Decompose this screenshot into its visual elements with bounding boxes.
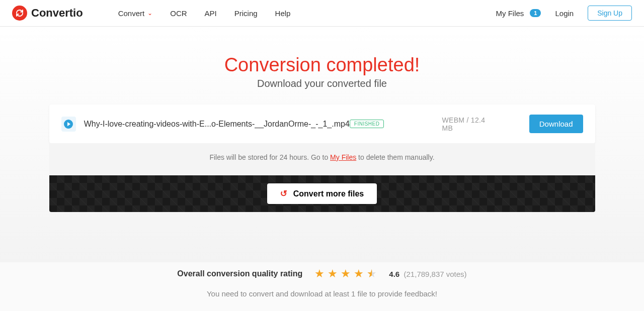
note-after: to delete them manually.: [356, 153, 434, 161]
rating-value: 4.6: [389, 270, 399, 278]
play-icon[interactable]: [61, 117, 76, 132]
nav-pricing[interactable]: Pricing: [234, 9, 258, 18]
page-title: Conversion completed!: [0, 54, 644, 76]
page-subtitle: Download your converted file: [0, 78, 644, 89]
nav-convert-label: Convert: [118, 9, 145, 18]
file-name: Why-I-love-creating-videos-with-E...o-El…: [84, 120, 350, 129]
status-badge: FINISHED: [350, 120, 384, 128]
header: Convertio Convert⌄ OCR API Pricing Help …: [0, 0, 644, 27]
convert-more-button[interactable]: ↻ Convert more files: [267, 183, 377, 204]
stars: ★ ★ ★ ★ ★: [314, 267, 377, 280]
convert-more-label: Convert more files: [293, 189, 364, 198]
download-button[interactable]: Download: [529, 115, 583, 133]
feedback-note: You need to convert and download at leas…: [0, 289, 644, 298]
star-half-icon: ★: [367, 267, 377, 280]
nav-api[interactable]: API: [205, 9, 217, 18]
logo-icon: [12, 6, 27, 21]
nav-ocr[interactable]: OCR: [170, 9, 187, 18]
rating-count: (21,789,837 votes): [404, 270, 467, 278]
nav-help[interactable]: Help: [275, 9, 291, 18]
star-icon: ★: [341, 267, 351, 280]
rating-section: Overall conversion quality rating ★ ★ ★ …: [0, 262, 644, 311]
main-nav: Convert⌄ OCR API Pricing Help: [118, 9, 291, 18]
right-nav: My Files1 Login Sign Up: [496, 6, 632, 21]
cta-bar: ↻ Convert more files: [49, 175, 595, 212]
file-row: Why-I-love-creating-videos-with-E...o-El…: [49, 105, 595, 143]
myfiles-link[interactable]: My Files: [330, 153, 356, 161]
note-before: Files will be stored for 24 hours. Go to: [209, 153, 330, 161]
nav-myfiles[interactable]: My Files1: [496, 9, 541, 18]
hero: Conversion completed! Download your conv…: [0, 27, 644, 105]
myfiles-count-badge: 1: [530, 9, 541, 17]
nav-convert[interactable]: Convert⌄: [118, 9, 153, 18]
nav-myfiles-label: My Files: [496, 9, 524, 18]
storage-note: Files will be stored for 24 hours. Go to…: [49, 143, 595, 175]
signup-button[interactable]: Sign Up: [588, 6, 632, 21]
star-icon: ★: [354, 267, 364, 280]
logo-text: Convertio: [31, 7, 83, 20]
file-meta: WEBM / 12.4 MB: [442, 116, 496, 132]
file-card: Why-I-love-creating-videos-with-E...o-El…: [49, 105, 595, 143]
star-icon: ★: [314, 267, 325, 280]
logo[interactable]: Convertio: [12, 6, 83, 21]
chevron-down-icon: ⌄: [147, 10, 152, 17]
star-icon: ★: [328, 267, 338, 280]
rating-label: Overall conversion quality rating: [177, 269, 302, 278]
refresh-icon: ↻: [280, 188, 287, 199]
nav-login[interactable]: Login: [555, 9, 574, 18]
